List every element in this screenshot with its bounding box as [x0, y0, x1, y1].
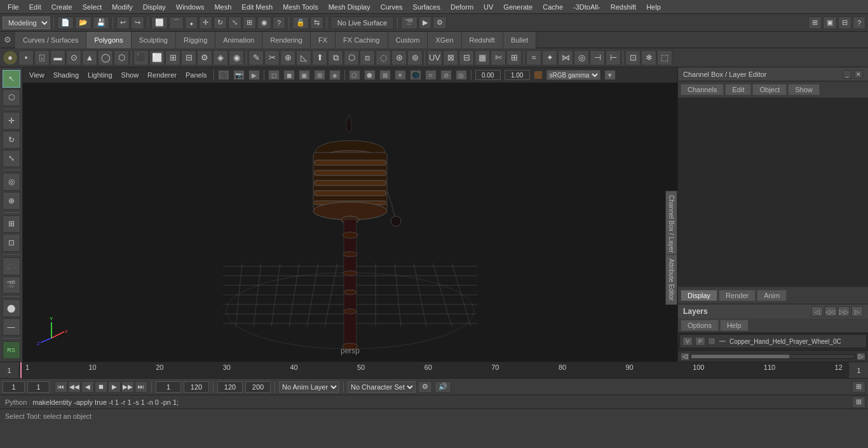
live-surface-dropdown[interactable]: No Live Surface	[330, 17, 394, 29]
viewport-panels-menu[interactable]: Panels	[183, 71, 210, 79]
undo-btn[interactable]: ↩	[116, 17, 130, 29]
layer-tab-anim[interactable]: Anim	[757, 290, 787, 301]
mirror-btn[interactable]: ⧈	[360, 50, 375, 65]
tab-custom[interactable]: Custom	[388, 32, 428, 48]
tab-fx[interactable]: FX	[311, 32, 336, 48]
tab-gear-btn[interactable]: ⚙	[0, 34, 15, 46]
poly-plane-btn[interactable]: ▬	[50, 50, 65, 65]
vh-fog-btn[interactable]: ≈	[425, 70, 437, 80]
vh-sel-btn3[interactable]: ▣	[299, 70, 310, 80]
retopo-btn[interactable]: ⊚	[407, 50, 423, 65]
cmd-run-btn[interactable]: ⊞	[852, 397, 865, 408]
viewport-value1[interactable]	[475, 70, 501, 80]
snap-to-grid-btn[interactable]: ⊞	[3, 215, 20, 233]
paint-select-btn[interactable]: ⬥	[185, 17, 198, 29]
crease-btn[interactable]: ⊢	[606, 50, 621, 65]
ch-tab-edit[interactable]: Edit	[725, 84, 751, 95]
char-set-dropdown[interactable]: No Character Set	[348, 381, 416, 393]
menu-edit[interactable]: Edit	[24, 2, 46, 12]
pb-stop[interactable]: ⏹	[95, 381, 107, 393]
anim-end-input[interactable]	[217, 381, 243, 393]
layer-tab-display[interactable]: Display	[681, 290, 717, 301]
menu-curves[interactable]: Curves	[376, 2, 408, 12]
menu-display[interactable]: Display	[138, 2, 171, 12]
vh-anim-btn[interactable]: ▶	[248, 70, 260, 80]
slide-edge-btn[interactable]: ⊣	[590, 50, 605, 65]
vh-sel-btn4[interactable]: ⊞	[314, 70, 325, 80]
viewport-lighting-menu[interactable]: Lighting	[85, 71, 115, 79]
pb-go-start[interactable]: ⏮	[55, 381, 67, 393]
tab-fx-caching[interactable]: FX Caching	[336, 32, 388, 48]
timeline-bar[interactable]: 1 10 20 30 40 50 60 70 80 90 100 110 12	[19, 362, 849, 378]
layout-btn2[interactable]: ▣	[823, 17, 837, 29]
poly-disk-btn[interactable]: ◯	[98, 50, 113, 65]
color-space-select[interactable]: sRGB gamma	[546, 70, 600, 80]
redshift-btn[interactable]: RS	[3, 341, 20, 359]
layer-options-tab[interactable]: Options	[681, 320, 719, 331]
ch-tab-object[interactable]: Object	[752, 84, 787, 95]
scrollbar-thumb[interactable]	[691, 355, 789, 358]
poly-helix-btn[interactable]: ⊟	[181, 50, 196, 65]
soft-select-btn[interactable]: 🔒	[292, 17, 309, 29]
viewport[interactable]: View Shading Lighting Show Renderer Pane…	[23, 67, 677, 362]
frame-range-end[interactable]	[184, 381, 209, 393]
ch-tab-show[interactable]: Show	[788, 84, 820, 95]
char-set-btn[interactable]: ⚙	[418, 381, 432, 393]
vh-iso-btn[interactable]: ⊘	[440, 70, 452, 80]
uv-cut-btn[interactable]: ✄	[491, 50, 506, 65]
frame-field-2[interactable]	[27, 381, 50, 393]
pb-go-end[interactable]: ⏭	[135, 381, 147, 393]
uv-sew-btn[interactable]: ⊞	[506, 50, 522, 65]
vh-sel-btn2[interactable]: ◼	[283, 70, 295, 80]
poly-cone-btn[interactable]: ▲	[82, 50, 97, 65]
history-btn[interactable]: ⊡	[625, 50, 641, 65]
poly-cylinder-btn[interactable]: ⌺	[34, 50, 50, 65]
extrude-btn[interactable]: ⬆	[312, 50, 327, 65]
viewport-renderer-menu[interactable]: Renderer	[145, 71, 179, 79]
scrollbar-right[interactable]: ▷	[857, 353, 865, 360]
snap-btn[interactable]: ?	[273, 17, 285, 29]
tab-rendering[interactable]: Rendering	[262, 32, 311, 48]
layer-scrollbar[interactable]: ◁ ▷	[678, 350, 868, 362]
vh-tex-btn[interactable]: ⊠	[379, 70, 391, 80]
uv-editor-btn[interactable]: UV	[427, 50, 442, 65]
poly-torus-btn[interactable]: ⊙	[66, 50, 81, 65]
viewport-value2[interactable]	[505, 70, 530, 80]
rotate-tool-btn[interactable]: ↻	[214, 17, 227, 29]
select-tool-btn[interactable]: ⬜	[151, 17, 168, 29]
layout-btn[interactable]: ⊞	[808, 17, 822, 29]
open-file-btn[interactable]: 📂	[75, 17, 92, 29]
layer-color-swatch[interactable]	[708, 337, 715, 345]
range-end-input[interactable]	[245, 381, 271, 393]
menu-select[interactable]: Select	[78, 2, 107, 12]
tab-animation[interactable]: Animation	[215, 32, 262, 48]
layer-prev-btn[interactable]: ◁◁	[825, 306, 836, 316]
ch-tab-channels[interactable]: Channels	[681, 84, 724, 95]
move-mode-btn[interactable]: ✛	[3, 112, 20, 130]
vh-light-btn[interactable]: ☀	[395, 70, 406, 80]
scrollbar-track[interactable]	[691, 354, 855, 359]
fill-hole-btn[interactable]: ⬡	[344, 50, 359, 65]
pb-play-back[interactable]: ◀	[81, 381, 94, 393]
move-tool-btn[interactable]: ✛	[199, 17, 212, 29]
menu-edit-mesh[interactable]: Edit Mesh	[236, 2, 278, 12]
menu-create[interactable]: Create	[46, 2, 78, 12]
layer-p-btn[interactable]: P	[695, 337, 705, 346]
bevel-tool-btn[interactable]: ◺	[296, 50, 311, 65]
remesh-btn[interactable]: ⊛	[391, 50, 407, 65]
anim-layer-dropdown[interactable]: No Anim Layer	[279, 381, 339, 393]
poly-cube-btn[interactable]: ▪	[18, 50, 34, 65]
multi-cut-btn[interactable]: ✂	[264, 50, 280, 65]
workspace-dropdown[interactable]: Modeling	[3, 17, 50, 29]
help-btn[interactable]: ?	[853, 17, 865, 29]
menu-uv[interactable]: UV	[478, 2, 498, 12]
connect-tool-btn[interactable]: ⊕	[280, 50, 295, 65]
menu-file[interactable]: File	[3, 2, 24, 12]
component-edge-btn[interactable]: —	[3, 318, 20, 336]
vh-color-swatch[interactable]	[534, 71, 543, 79]
render-btn[interactable]: 🎬	[401, 17, 417, 29]
tab-rigging[interactable]: Rigging	[176, 32, 215, 48]
tab-redshift[interactable]: Redshift	[462, 32, 503, 48]
scrollbar-left[interactable]: ◁	[681, 353, 689, 360]
lasso-tool-btn[interactable]: ⌒	[169, 17, 184, 29]
